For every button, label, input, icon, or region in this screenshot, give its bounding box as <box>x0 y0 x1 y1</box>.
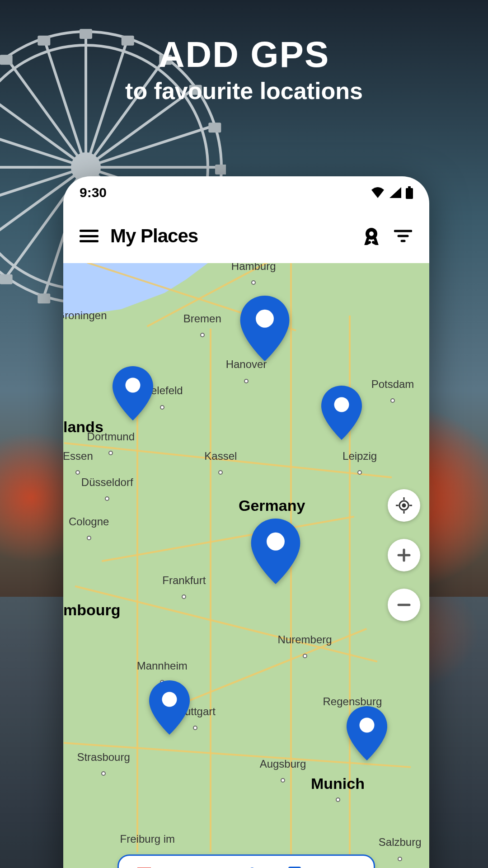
action-bar <box>117 854 375 868</box>
city-marker <box>182 594 186 599</box>
city-marker <box>75 470 80 475</box>
promo-headline: ADD GPS to favourite locations <box>0 34 488 104</box>
filter-icon[interactable] <box>393 226 413 246</box>
city-marker <box>336 797 340 802</box>
svg-point-53 <box>267 532 285 550</box>
svg-rect-18 <box>0 274 13 284</box>
edge-label: lands <box>63 418 103 436</box>
map-country-label: Germany <box>239 496 305 514</box>
city-marker <box>101 771 106 776</box>
wifi-icon <box>371 187 385 198</box>
map-pin[interactable] <box>113 366 153 420</box>
svg-rect-4 <box>215 165 226 175</box>
city-marker <box>160 405 164 410</box>
svg-point-50 <box>125 377 140 392</box>
city-label: Nuremberg <box>278 633 332 646</box>
signal-icon <box>389 187 401 198</box>
map-pin[interactable] <box>240 296 290 361</box>
close-button[interactable] <box>336 864 361 868</box>
city-marker <box>390 398 395 403</box>
svg-rect-44 <box>408 186 411 188</box>
edge-label: mbourg <box>63 601 121 619</box>
city-marker <box>108 451 113 455</box>
svg-rect-16 <box>38 293 50 303</box>
city-label: Mannheim <box>137 660 188 672</box>
city-label: Potsdam <box>371 378 414 391</box>
city-label: Leipzig <box>343 450 377 462</box>
city-label: Munich <box>311 775 365 793</box>
map-pin[interactable] <box>251 519 300 584</box>
city-marker <box>200 333 205 337</box>
city-label: Essen <box>63 450 93 462</box>
svg-point-51 <box>256 310 274 328</box>
city-marker <box>357 470 362 475</box>
svg-rect-43 <box>406 188 413 199</box>
city-marker <box>251 280 256 285</box>
svg-point-57 <box>403 504 405 507</box>
city-marker <box>87 536 91 540</box>
city-marker <box>218 470 223 475</box>
city-label: Hamburg <box>231 263 276 273</box>
city-marker <box>193 726 197 730</box>
app-bar: My Places <box>63 209 429 263</box>
promo-line1: ADD GPS <box>0 34 488 75</box>
svg-rect-42 <box>208 123 221 132</box>
city-marker <box>105 496 109 501</box>
status-icons <box>371 186 413 199</box>
svg-point-55 <box>360 718 375 733</box>
app-title: My Places <box>110 225 350 247</box>
city-marker <box>281 778 285 783</box>
phone-frame: 9:30 My Places HamburgGroningenBremenHan… <box>63 176 429 868</box>
city-label: Frankfurt <box>162 574 206 587</box>
svg-line-41 <box>86 125 215 167</box>
city-marker <box>303 654 307 658</box>
map-pin[interactable] <box>321 386 362 440</box>
map-pin[interactable] <box>149 680 190 735</box>
navigate-button[interactable] <box>183 864 208 868</box>
status-bar: 9:30 <box>63 176 429 209</box>
map-pin[interactable] <box>347 706 387 760</box>
svg-point-52 <box>334 397 349 412</box>
copy-button[interactable] <box>285 864 310 868</box>
city-label: Kassel <box>204 450 237 462</box>
map-view[interactable]: HamburgGroningenBremenHanoverBielefeldPo… <box>63 263 429 868</box>
award-icon[interactable] <box>361 226 381 246</box>
share-button[interactable] <box>234 864 259 868</box>
zoom-out-button[interactable] <box>388 589 420 621</box>
battery-icon <box>406 186 413 199</box>
menu-button[interactable] <box>80 230 99 242</box>
svg-point-46 <box>369 231 374 236</box>
city-label: Freiburg im <box>120 833 175 845</box>
city-label: Salzburg <box>379 836 422 849</box>
city-label: Bremen <box>183 312 221 325</box>
locate-me-button[interactable] <box>388 489 420 522</box>
city-label: Augsburg <box>260 758 306 770</box>
promo-line2: to favourite locations <box>0 77 488 104</box>
bookmark-button[interactable] <box>131 864 157 868</box>
city-label: Groningen <box>63 309 107 322</box>
status-time: 9:30 <box>80 185 107 200</box>
city-label: Düsseldorf <box>81 476 133 489</box>
svg-point-54 <box>162 692 177 707</box>
city-label: Cologne <box>69 515 109 528</box>
zoom-in-button[interactable] <box>388 539 420 571</box>
city-marker <box>244 379 249 383</box>
city-label: Strasbourg <box>77 751 130 764</box>
city-marker <box>398 857 402 861</box>
